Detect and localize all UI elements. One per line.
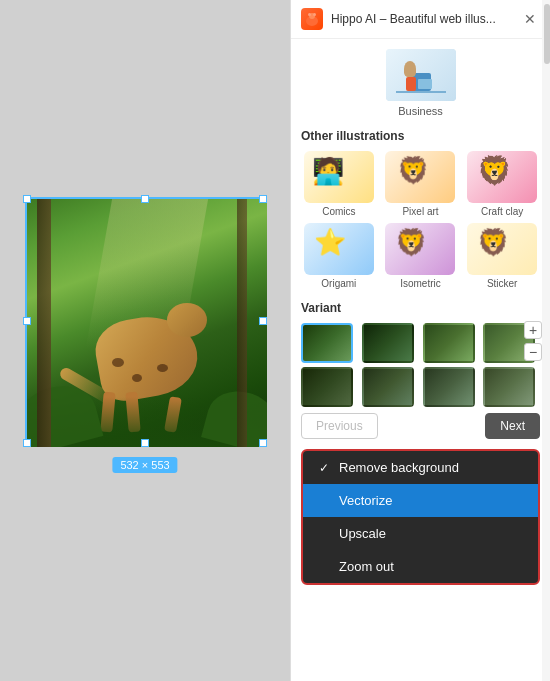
menu-item-upscale[interactable]: Upscale (303, 517, 538, 550)
svg-point-3 (313, 13, 316, 16)
craftclay-label: Craft clay (481, 206, 523, 217)
menu-item-zoom-out-label: Zoom out (339, 559, 394, 574)
menu-item-vectorize-label: Vectorize (339, 493, 392, 508)
comics-thumb: 🧑‍💻 (304, 151, 374, 203)
variant-thumb-6[interactable] (362, 367, 414, 407)
close-button[interactable]: ✕ (520, 9, 540, 29)
canvas-area: 532 × 553 (0, 0, 290, 681)
resize-handle-tm[interactable] (141, 195, 149, 203)
variant-thumb-3[interactable] (423, 323, 475, 363)
variant-section: Variant Previous Next (301, 301, 540, 439)
comics-label: Comics (322, 206, 355, 217)
resize-handle-bl[interactable] (23, 439, 31, 447)
variant-thumb-5[interactable] (301, 367, 353, 407)
style-item-craftclay[interactable]: 🦁 Craft clay (464, 151, 540, 217)
variant-thumb-8[interactable] (483, 367, 535, 407)
business-section: Business (301, 49, 540, 117)
style-item-pixelart[interactable]: 🦁 Pixel art (383, 151, 459, 217)
menu-item-remove-bg[interactable]: ✓ Remove background (303, 451, 538, 484)
style-grid: 🧑‍💻 Comics 🦁 Pixel art 🦁 Craft (301, 151, 540, 289)
dropdown-menu: ✓ Remove background Vectorize Upscale Zo… (301, 449, 540, 585)
zoom-in-button[interactable]: + (524, 321, 542, 339)
panel-logo (301, 8, 323, 30)
other-illustrations-title: Other illustrations (301, 129, 540, 143)
origami-label: Origami (321, 278, 356, 289)
other-illustrations-section: Other illustrations 🧑‍💻 Comics 🦁 Pixel a… (301, 129, 540, 289)
menu-item-upscale-label: Upscale (339, 526, 386, 541)
nav-row: Previous Next (301, 413, 540, 439)
style-item-comics[interactable]: 🧑‍💻 Comics (301, 151, 377, 217)
isometric-thumb: 🦁 (385, 223, 455, 275)
resize-handle-tl[interactable] (23, 195, 31, 203)
sticker-label: Sticker (487, 278, 518, 289)
style-item-sticker[interactable]: 🦁 Sticker (464, 223, 540, 289)
business-label: Business (398, 105, 443, 117)
pixelart-thumb: 🦁 (385, 151, 455, 203)
panel-title: Hippo AI – Beautiful web illus... (331, 12, 512, 26)
pixelart-label: Pixel art (402, 206, 438, 217)
scrollbar-thumb[interactable] (544, 4, 550, 64)
dimension-label: 532 × 553 (112, 457, 177, 473)
panel-content: Business Other illustrations 🧑‍💻 Comics … (291, 39, 550, 675)
resize-handle-ml[interactable] (23, 317, 31, 325)
resize-handle-tr[interactable] (259, 195, 267, 203)
scrollbar[interactable] (542, 0, 550, 681)
menu-item-vectorize[interactable]: Vectorize (303, 484, 538, 517)
svg-point-2 (308, 13, 311, 16)
checkmark-remove-bg: ✓ (317, 461, 331, 475)
variant-grid (301, 323, 540, 407)
style-item-isometric[interactable]: 🦁 Isometric (383, 223, 459, 289)
sticker-thumb: 🦁 (467, 223, 537, 275)
variant-thumb-7[interactable] (423, 367, 475, 407)
craftclay-thumb: 🦁 (467, 151, 537, 203)
resize-handle-bm[interactable] (141, 439, 149, 447)
main-image-container[interactable] (25, 197, 265, 445)
main-image (27, 199, 267, 447)
resize-handle-br[interactable] (259, 439, 267, 447)
side-buttons: + − (524, 321, 542, 361)
isometric-label: Isometric (400, 278, 441, 289)
right-panel: Hippo AI – Beautiful web illus... ✕ Busi… (290, 0, 550, 681)
resize-handle-mr[interactable] (259, 317, 267, 325)
next-button[interactable]: Next (485, 413, 540, 439)
menu-item-zoom-out[interactable]: Zoom out (303, 550, 538, 583)
style-item-origami[interactable]: ⭐ Origami (301, 223, 377, 289)
zoom-out-button[interactable]: − (524, 343, 542, 361)
origami-thumb: ⭐ (304, 223, 374, 275)
business-thumb[interactable] (386, 49, 456, 101)
panel-header: Hippo AI – Beautiful web illus... ✕ (291, 0, 550, 39)
variant-thumb-2[interactable] (362, 323, 414, 363)
variant-title: Variant (301, 301, 540, 315)
menu-item-remove-bg-label: Remove background (339, 460, 459, 475)
variant-thumb-1[interactable] (301, 323, 353, 363)
previous-button[interactable]: Previous (301, 413, 378, 439)
